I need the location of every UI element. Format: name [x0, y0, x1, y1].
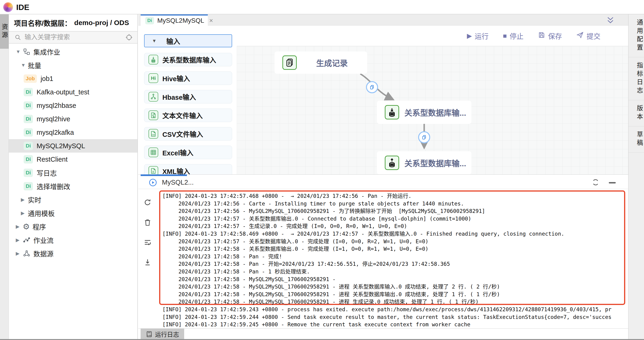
log-file-icon: LOG [146, 331, 153, 338]
flow-node-generate-records[interactable]: 生成记录 [274, 52, 367, 74]
tree-item-写日志[interactable]: Di写日志 [9, 166, 137, 180]
run-button[interactable]: ▶运行 [467, 31, 489, 41]
left-rail: 资源 [0, 14, 9, 339]
rail-tab-版本[interactable]: 版本 [628, 100, 644, 126]
expander-open-icon[interactable]: ▼ [16, 49, 23, 55]
flow-canvas[interactable]: ▶运行■停止保存提交 生成记录 关系型数据库输... 关系型数据库输... [237, 26, 628, 175]
tree-item-label: mysql2kafka [36, 129, 74, 136]
palette-item-XML输入[interactable]: XXML输入 [144, 164, 232, 175]
tab-close-icon[interactable]: × [209, 17, 213, 24]
expander-closed-icon[interactable]: ▶ [16, 224, 23, 229]
tree-item-批量[interactable]: ▼批量 [9, 58, 137, 72]
datasource-icon [23, 250, 30, 257]
run-log-tab[interactable]: LOG 运行日志 [140, 329, 184, 339]
palette-group-input[interactable]: ▼ 输入 [144, 34, 232, 47]
rail-tab-草稿[interactable]: 草稿 [628, 126, 644, 153]
expander-closed-icon[interactable]: ▶ [16, 237, 23, 243]
tree-item-选择增删改[interactable]: Di选择增删改 [9, 180, 137, 193]
save-button-label: 保存 [548, 31, 562, 41]
palette-item-Hive输入[interactable]: HiHive输入 [144, 71, 232, 85]
integration-icon [23, 48, 30, 56]
log-line: 2024/01/23 17:42:57 - 生成记录.0 - 完成处理 (I=0… [162, 222, 407, 230]
tree-item-job1[interactable]: Jobjob1 [9, 72, 137, 85]
tree-item-集成作业[interactable]: ▼集成作业 [9, 45, 137, 58]
tree-item-Kafka-output_test[interactable]: DiKafka-output_test [9, 85, 137, 99]
locate-icon[interactable] [125, 34, 133, 41]
expander-closed-icon[interactable]: ▶ [16, 251, 23, 256]
log-panel: MySQL2... [INFO] 2024-01-23 17:42:57.468… [138, 175, 628, 339]
palette-item-label: XML输入 [162, 166, 190, 175]
expander-open-icon[interactable]: ▼ [21, 62, 28, 68]
rail-tab-通用配置[interactable]: 通用配置 [628, 14, 644, 57]
tree-item-label: 选择增删改 [36, 181, 70, 191]
svg-text:LOG: LOG [148, 334, 152, 336]
node-palette: ▼ 输入 关系型数据库输入HiHive输入Hbase输入文本文件输入CSVCSV… [138, 26, 237, 175]
to-bottom-icon[interactable] [144, 258, 152, 266]
hbase-icon [148, 92, 158, 102]
palette-item-Excel输入[interactable]: Excel输入 [144, 146, 232, 159]
log-line: 2024/01/23 17:42:58 - Pan - 完成! [162, 253, 282, 260]
tree-item-mysql2kafka[interactable]: Dimysql2kafka [9, 126, 137, 139]
tree-item-实时[interactable]: ▶实时 [9, 193, 137, 206]
tree-item-通用模板[interactable]: ▶通用模板 [9, 206, 137, 220]
node-label: 关系型数据库输... [399, 107, 472, 118]
search-icon [14, 34, 21, 41]
log-line: 2024/01/23 17:42:56 - Carte - Installing… [162, 200, 464, 207]
workflow-icon [23, 236, 30, 244]
tree-item-MySQL2MySQL[interactable]: DiMySQL2MySQL [9, 139, 137, 153]
search-bar [9, 32, 137, 44]
palette-item-label: Hbase输入 [162, 92, 196, 102]
trash-icon[interactable] [144, 218, 152, 227]
save-button[interactable]: 保存 [538, 31, 562, 41]
edge-copy-badge-icon[interactable] [366, 81, 378, 93]
db-down-icon [148, 55, 158, 65]
tree-item-mysql2hive[interactable]: Dimysql2hive [9, 112, 137, 126]
node-label: 生成记录 [297, 57, 367, 68]
project-header-value: demo-proj / ODS [74, 19, 129, 27]
refresh-icon[interactable] [144, 198, 152, 207]
tree-item-label: job1 [40, 75, 53, 83]
log-line: [INFO] 2024-01-23 17:42:59.244 +0800 - S… [162, 313, 612, 321]
stop-button[interactable]: ■停止 [503, 31, 524, 41]
palette-item-关系型数据库输入[interactable]: 关系型数据库输入 [144, 53, 232, 66]
wrap-icon[interactable] [144, 238, 152, 247]
tree-item-label: 通用模板 [28, 208, 55, 218]
save-icon [538, 31, 545, 40]
flow-node-db-input[interactable]: 关系型数据库输... [377, 101, 472, 124]
rail-tab-resources[interactable]: 资源 [0, 14, 9, 49]
tree-item-label: 集成作业 [33, 47, 60, 57]
sync-icon[interactable] [592, 178, 600, 186]
palette-item-文本文件输入[interactable]: 文本文件输入 [144, 109, 232, 122]
minimize-icon[interactable] [609, 182, 616, 184]
tree-item-label: 批量 [28, 60, 41, 70]
expander-closed-icon[interactable]: ▶ [21, 210, 28, 216]
submit-button[interactable]: 提交 [576, 31, 600, 41]
expander-closed-icon[interactable]: ▶ [21, 197, 28, 203]
search-input[interactable] [24, 34, 125, 41]
log-line: 2024/01/23 17:42:58 - MySQL2MySQL_170600… [162, 283, 500, 290]
flow-node-db-output[interactable]: 关系型数据库输... [377, 151, 472, 175]
collapse-double-chevron-icon[interactable] [606, 16, 615, 25]
palette-item-CSV文件输入[interactable]: CSVCSV文件输入 [144, 127, 232, 140]
tab-mysql2mysql[interactable]: Di MySQL2MySQL × [140, 14, 208, 26]
tree-item-作业流[interactable]: ▶作业流 [9, 233, 137, 247]
ide-window: IDE 资源 项目名称/数据层： demo-proj / ODS ▼集成作业▼批… [0, 0, 644, 340]
app-header: IDE [0, 0, 644, 14]
type-badge-di: Di [24, 182, 33, 191]
tree-item-程序[interactable]: ▶⚙程序 [9, 220, 137, 233]
excel-icon [148, 147, 158, 157]
log-line: 2024/01/23 17:42:58 - Pan - 开始=2024/01/2… [162, 260, 450, 268]
log-content[interactable]: [INFO] 2024-01-23 17:42:57.468 +0800 - →… [157, 189, 628, 328]
tab-type-badge: Di [145, 17, 154, 24]
tree-item-数据源[interactable]: ▶数据源 [9, 247, 137, 260]
tree-item-RestClient[interactable]: DiRestClient [9, 153, 137, 166]
palette-item-Hbase输入[interactable]: Hbase输入 [144, 90, 232, 103]
project-header-label: 项目名称/数据层： [14, 18, 71, 28]
node-status-bar [274, 51, 280, 74]
app-title: IDE [16, 3, 30, 12]
play-circle-icon [148, 178, 157, 187]
rail-tab-指标日志[interactable]: 指标日志 [628, 57, 644, 100]
tree-item-mysql2hbase[interactable]: Dimysql2hbase [9, 99, 137, 112]
project-tree: ▼集成作业▼批量Jobjob1DiKafka-output_testDimysq… [9, 45, 137, 260]
edge-copy-badge-icon[interactable] [418, 131, 430, 143]
